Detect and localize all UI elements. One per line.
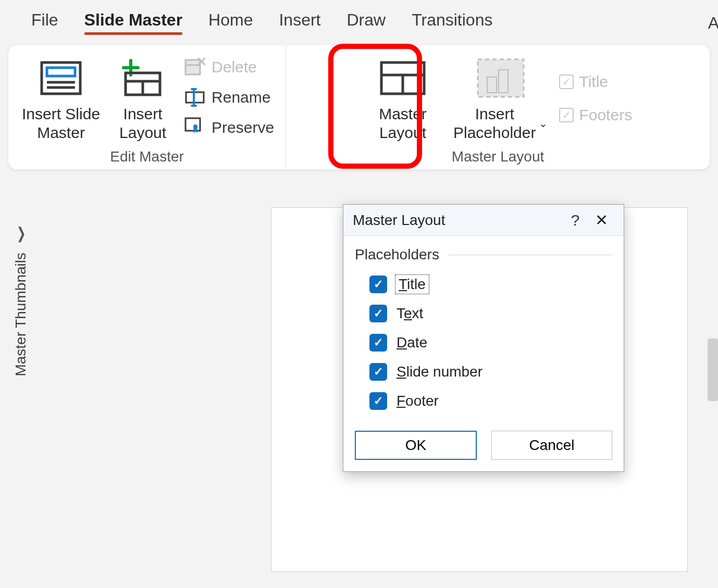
rename-label: Rename <box>212 89 270 106</box>
delete-label: Delete <box>212 58 257 76</box>
tab-slide-master[interactable]: Slide Master <box>84 10 183 30</box>
checkbox-text-box[interactable] <box>369 305 387 322</box>
cropped-tab-letter: A <box>708 14 718 33</box>
footers-checkbox-box <box>559 108 574 122</box>
delete-icon <box>183 56 206 79</box>
group-edit-master: Insert Slide Master Insert Layout <box>8 45 286 169</box>
dialog-title: Master Layout <box>353 212 562 229</box>
sidebar-label: Master Thumbnails <box>13 253 29 377</box>
tab-transitions[interactable]: Transitions <box>412 10 492 30</box>
checkbox-text[interactable]: Text <box>369 305 612 322</box>
tab-file[interactable]: File <box>31 10 58 30</box>
insert-slide-master-button[interactable]: Insert Slide Master <box>18 52 104 145</box>
checkbox-title-box[interactable] <box>369 276 387 293</box>
preserve-label: Preserve <box>212 119 274 136</box>
insert-layout-button[interactable]: Insert Layout <box>112 52 174 145</box>
help-button[interactable]: ? <box>562 211 588 229</box>
master-layout-dialog: Master Layout ? ✕ Placeholders Title Tex… <box>343 204 624 472</box>
preserve-icon <box>183 116 206 139</box>
cancel-button[interactable]: Cancel <box>491 431 612 460</box>
svg-rect-20 <box>487 77 497 93</box>
master-layout-icon <box>378 55 427 102</box>
close-button[interactable]: ✕ <box>588 211 614 229</box>
master-layout-label: Master Layout <box>379 105 427 142</box>
title-checkbox-label: Title <box>579 73 608 91</box>
checkbox-date[interactable]: Date <box>369 334 612 352</box>
insert-layout-label: Insert Layout <box>119 105 166 142</box>
group-master-layout-label: Master Layout <box>452 148 544 165</box>
rename-button[interactable]: Rename <box>181 85 276 110</box>
title-checkbox-box <box>559 74 574 89</box>
insert-placeholder-button: Insert Placeholder ⌄ <box>449 52 552 145</box>
ribbon: Insert Slide Master Insert Layout <box>8 45 710 169</box>
chevron-down-icon: ⌄ <box>539 117 548 130</box>
ok-button[interactable]: OK <box>355 431 477 460</box>
delete-button: Delete <box>181 55 276 80</box>
group-edit-master-label: Edit Master <box>110 148 184 165</box>
svg-rect-14 <box>185 118 200 131</box>
insert-slide-master-label: Insert Slide Master <box>22 105 100 142</box>
checkbox-slide-number-box[interactable] <box>369 363 387 381</box>
checkbox-footer[interactable]: Footer <box>369 392 612 410</box>
tab-insert[interactable]: Insert <box>279 10 320 30</box>
footers-checkbox-label: Footers <box>579 106 632 124</box>
svg-rect-1 <box>47 68 75 76</box>
checkbox-title[interactable]: Title <box>369 276 612 293</box>
group-master-layout: Master Layout Insert Placeholder ⌄ <box>286 45 710 169</box>
thumbnails-sidebar[interactable]: ❯ Master Thumbnails <box>13 224 29 377</box>
title-checkbox: Title <box>559 73 632 91</box>
placeholders-section-label: Placeholders <box>355 246 444 263</box>
dialog-titlebar[interactable]: Master Layout ? ✕ <box>343 205 624 236</box>
checkbox-footer-box[interactable] <box>369 392 387 410</box>
svg-rect-21 <box>499 70 508 93</box>
preserve-button[interactable]: Preserve <box>181 115 276 140</box>
checkbox-slide-number[interactable]: Slide number <box>369 363 612 381</box>
footers-checkbox: Footers <box>559 106 632 124</box>
tab-draw[interactable]: Draw <box>346 10 386 30</box>
tab-home[interactable]: Home <box>208 10 253 30</box>
insert-placeholder-label: Insert Placeholder <box>453 105 536 142</box>
rename-icon <box>183 86 206 109</box>
master-layout-button[interactable]: Master Layout <box>364 52 442 145</box>
insert-slide-master-icon <box>38 55 84 102</box>
svg-point-15 <box>193 124 197 129</box>
scrollbar-thumb[interactable] <box>708 339 718 401</box>
insert-layout-icon <box>120 55 165 102</box>
checkbox-date-box[interactable] <box>369 334 387 352</box>
ribbon-tabs: File Slide Master Home Insert Draw Trans… <box>0 0 718 35</box>
chevron-right-icon[interactable]: ❯ <box>16 224 26 242</box>
insert-placeholder-icon <box>476 55 526 102</box>
svg-rect-9 <box>185 60 200 74</box>
